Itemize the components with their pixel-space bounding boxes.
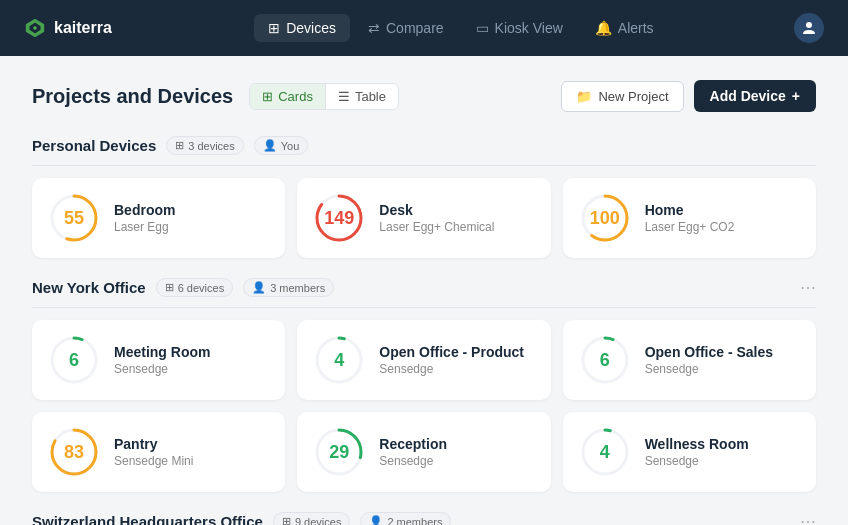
logo-icon	[24, 17, 46, 39]
new-project-label: New Project	[598, 89, 668, 104]
badge-text: You	[281, 140, 300, 152]
section-header: Switzerland Headquarters Office⊞9 device…	[32, 512, 816, 525]
nav-item-kiosk[interactable]: ▭ Kiosk View	[462, 14, 577, 42]
device-card[interactable]: 6 Open Office - SalesSensedge	[563, 320, 816, 400]
device-card[interactable]: 83 PantrySensedge Mini	[32, 412, 285, 492]
add-device-button[interactable]: Add Device +	[694, 80, 816, 112]
device-grid: 6 Meeting RoomSensedge 4 Open Office - P…	[32, 320, 816, 492]
section-header: Personal Devices⊞3 devices👤You	[32, 136, 816, 166]
device-type: Sensedge	[645, 454, 749, 468]
device-type: Sensedge	[379, 454, 447, 468]
section-title: New York Office	[32, 279, 146, 296]
badge-text: 6 devices	[178, 282, 224, 294]
device-card[interactable]: 6 Meeting RoomSensedge	[32, 320, 285, 400]
score-number: 4	[334, 350, 344, 371]
device-info: BedroomLaser Egg	[114, 202, 175, 234]
device-info: Open Office - ProductSensedge	[379, 344, 524, 376]
device-name: Home	[645, 202, 735, 218]
score-number: 55	[64, 208, 84, 229]
table-icon: ☰	[338, 89, 350, 104]
device-name: Desk	[379, 202, 494, 218]
avatar[interactable]	[794, 13, 824, 43]
score-number: 149	[324, 208, 354, 229]
nav-item-compare[interactable]: ⇄ Compare	[354, 14, 458, 42]
score-circle: 149	[313, 192, 365, 244]
section-badge-0: ⊞3 devices	[166, 136, 243, 155]
logo[interactable]: kaiterra	[24, 17, 112, 39]
device-info: Open Office - SalesSensedge	[645, 344, 773, 376]
device-type: Sensedge	[379, 362, 524, 376]
device-card[interactable]: 4 Open Office - ProductSensedge	[297, 320, 550, 400]
device-type: Laser Egg+ Chemical	[379, 220, 494, 234]
table-view-button[interactable]: ☰ Table	[326, 84, 398, 109]
badge-icon: ⊞	[165, 281, 174, 294]
badge-icon: 👤	[263, 139, 277, 152]
device-grid: 55 BedroomLaser Egg 149 DeskLaser Egg+ C…	[32, 178, 816, 258]
nav-right	[794, 13, 824, 43]
svg-point-3	[806, 22, 812, 28]
device-card[interactable]: 149 DeskLaser Egg+ Chemical	[297, 178, 550, 258]
main-content: Projects and Devices ⊞ Cards ☰ Table 📁 N…	[0, 56, 848, 525]
section-nyoffice: New York Office⊞6 devices👤3 members⋯ 6 M…	[32, 278, 816, 492]
score-circle: 6	[48, 334, 100, 386]
cards-view-button[interactable]: ⊞ Cards	[250, 84, 326, 109]
device-card[interactable]: 29 ReceptionSensedge	[297, 412, 550, 492]
page-header: Projects and Devices ⊞ Cards ☰ Table 📁 N…	[32, 80, 816, 112]
device-name: Reception	[379, 436, 447, 452]
section-badge-0: ⊞9 devices	[273, 512, 350, 525]
section-switzerland: Switzerland Headquarters Office⊞9 device…	[32, 512, 816, 525]
page-header-right: 📁 New Project Add Device +	[561, 80, 816, 112]
device-card[interactable]: 100 HomeLaser Egg+ CO2	[563, 178, 816, 258]
add-device-label: Add Device	[710, 88, 786, 104]
score-circle: 100	[579, 192, 631, 244]
badge-text: 2 members	[387, 516, 442, 526]
section-personal: Personal Devices⊞3 devices👤You 55 Bedroo…	[32, 136, 816, 258]
cards-label: Cards	[278, 89, 313, 104]
nav-item-devices[interactable]: ⊞ Devices	[254, 14, 350, 42]
device-type: Sensedge	[645, 362, 773, 376]
device-card[interactable]: 55 BedroomLaser Egg	[32, 178, 285, 258]
badge-text: 3 members	[270, 282, 325, 294]
svg-point-2	[33, 26, 37, 30]
score-number: 4	[600, 442, 610, 463]
device-info: ReceptionSensedge	[379, 436, 447, 468]
score-circle: 29	[313, 426, 365, 478]
device-info: HomeLaser Egg+ CO2	[645, 202, 735, 234]
badge-text: 9 devices	[295, 516, 341, 526]
page-title: Projects and Devices	[32, 85, 233, 108]
new-project-button[interactable]: 📁 New Project	[561, 81, 683, 112]
score-number: 6	[69, 350, 79, 371]
grid-icon: ⊞	[268, 20, 280, 36]
section-badge-1: 👤You	[254, 136, 309, 155]
nav-item-alerts[interactable]: 🔔 Alerts	[581, 14, 668, 42]
kiosk-icon: ▭	[476, 20, 489, 36]
device-type: Laser Egg+ CO2	[645, 220, 735, 234]
section-more-button[interactable]: ⋯	[800, 512, 816, 525]
section-header: New York Office⊞6 devices👤3 members⋯	[32, 278, 816, 308]
device-info: Wellness RoomSensedge	[645, 436, 749, 468]
device-info: PantrySensedge Mini	[114, 436, 193, 468]
section-more-button[interactable]: ⋯	[800, 278, 816, 297]
score-number: 100	[590, 208, 620, 229]
cards-icon: ⊞	[262, 89, 273, 104]
nav-alerts-label: Alerts	[618, 20, 654, 36]
score-number: 29	[329, 442, 349, 463]
badge-icon: 👤	[369, 515, 383, 525]
device-card[interactable]: 4 Wellness RoomSensedge	[563, 412, 816, 492]
page-header-left: Projects and Devices ⊞ Cards ☰ Table	[32, 83, 399, 110]
device-name: Wellness Room	[645, 436, 749, 452]
nav-kiosk-label: Kiosk View	[495, 20, 563, 36]
nav-compare-label: Compare	[386, 20, 444, 36]
device-type: Sensedge Mini	[114, 454, 193, 468]
badge-icon: ⊞	[175, 139, 184, 152]
badge-icon: 👤	[252, 281, 266, 294]
score-circle: 4	[579, 426, 631, 478]
nav-devices-label: Devices	[286, 20, 336, 36]
score-number: 6	[600, 350, 610, 371]
section-title: Personal Devices	[32, 137, 156, 154]
device-info: Meeting RoomSensedge	[114, 344, 210, 376]
score-number: 83	[64, 442, 84, 463]
logo-text: kaiterra	[54, 19, 112, 37]
user-icon	[801, 20, 817, 36]
folder-icon: 📁	[576, 89, 592, 104]
